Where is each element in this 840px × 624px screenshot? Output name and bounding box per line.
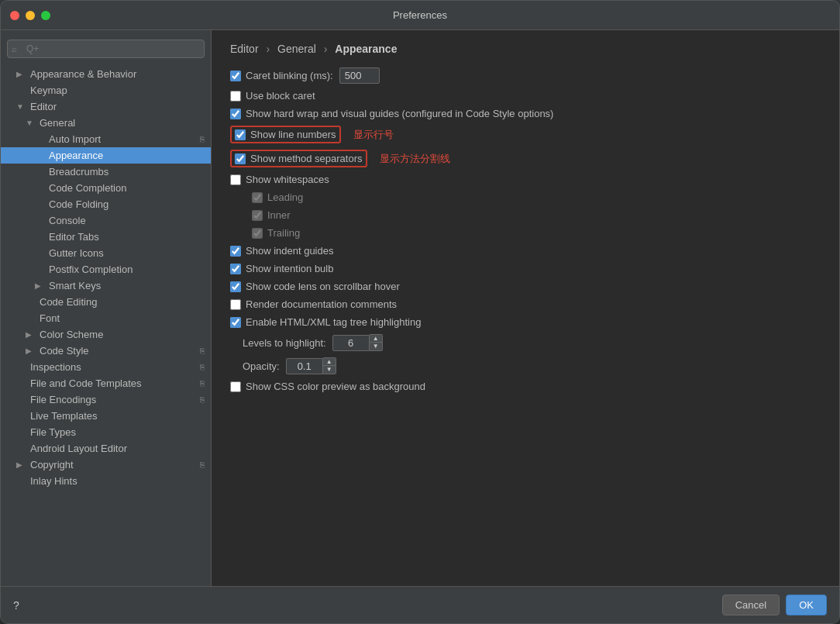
render-doc-comments-label[interactable]: Render documentation comments [230,298,397,310]
inner-row: Inner [230,209,821,221]
sidebar-item-code-folding[interactable]: Code Folding [1,196,211,212]
levels-spinner-buttons[interactable]: ▲ ▼ [370,334,383,351]
levels-input[interactable] [332,335,370,351]
show-method-sep-label[interactable]: Show method separators [235,153,363,164]
expand-icon: ▶ [16,460,27,469]
cancel-button[interactable]: Cancel [722,595,780,615]
close-button[interactable] [10,11,19,20]
window-controls[interactable] [10,11,50,20]
main-panel: Editor › General › Appearance Caret blin… [212,30,839,586]
show-method-sep-checkbox[interactable] [235,153,246,164]
opacity-spinner-buttons[interactable]: ▲ ▼ [323,357,336,374]
sidebar-item-inspections[interactable]: Inspections ⎘ [1,359,211,375]
sidebar-item-appearance[interactable]: Appearance [1,147,211,164]
caret-blinking-label[interactable]: Caret blinking (ms): [230,70,333,81]
levels-to-highlight-row: Levels to highlight: ▲ ▼ [230,334,821,351]
search-input[interactable] [7,40,205,58]
collapse-icon: ▼ [16,102,27,111]
sidebar-item-breadcrumbs[interactable]: Breadcrumbs [1,164,211,180]
window-title: Preferences [393,9,447,21]
minimize-button[interactable] [26,11,35,20]
show-hard-wrap-label[interactable]: Show hard wrap and visual guides (config… [230,108,553,119]
sidebar-item-console[interactable]: Console [1,212,211,229]
opacity-row: Opacity: ▲ ▼ [230,357,821,374]
show-whitespaces-label[interactable]: Show whitespaces [230,174,329,185]
sidebar-item-code-editing[interactable]: Code Editing [1,294,211,310]
footer-actions: Cancel OK [722,595,827,615]
ok-button[interactable]: OK [786,595,827,615]
sidebar-item-code-completion[interactable]: Code Completion [1,180,211,196]
badge-icon: ⎘ [200,395,205,404]
leading-row: Leading [230,191,821,203]
inner-checkbox[interactable] [252,210,263,221]
enable-html-xml-checkbox[interactable] [230,317,241,328]
show-indent-guides-row: Show indent guides [230,245,821,257]
sidebar-item-file-encodings[interactable]: File Encodings ⎘ [1,391,211,408]
sidebar-item-font[interactable]: Font [1,310,211,326]
trailing-row: Trailing [230,227,821,239]
search-icon: ⌕ [12,44,17,53]
use-block-caret-label[interactable]: Use block caret [230,90,315,102]
sidebar-item-android-layout-editor[interactable]: Android Layout Editor [1,440,211,457]
levels-down-button[interactable]: ▼ [370,343,382,350]
show-indent-guides-checkbox[interactable] [230,246,241,257]
leading-checkbox[interactable] [252,192,263,203]
opacity-spinner[interactable]: ▲ ▼ [286,357,336,374]
sidebar-item-file-code-templates[interactable]: File and Code Templates ⎘ [1,375,211,391]
sidebar-item-general[interactable]: ▼ General [1,115,211,131]
sidebar-item-smart-keys[interactable]: ▶ Smart Keys [1,278,211,294]
collapse-icon: ▼ [26,119,36,127]
sidebar-item-file-types[interactable]: File Types [1,424,211,440]
show-intention-bulb-checkbox[interactable] [230,264,241,274]
show-line-numbers-checkbox[interactable] [235,129,246,140]
use-block-caret-checkbox[interactable] [230,91,241,102]
sidebar-item-inlay-hints[interactable]: Inlay Hints [1,473,211,489]
sidebar-item-postfix-completion[interactable]: Postfix Completion [1,261,211,278]
inner-label[interactable]: Inner [252,209,291,221]
breadcrumb-arrow-2: › [324,43,328,55]
trailing-checkbox[interactable] [252,228,263,239]
show-indent-guides-label[interactable]: Show indent guides [230,245,333,257]
expand-icon: ▶ [35,281,46,290]
opacity-input[interactable] [286,358,323,374]
show-intention-bulb-label[interactable]: Show intention bulb [230,263,333,274]
show-code-lens-label[interactable]: Show code lens on scrollbar hover [230,281,400,292]
sidebar-item-editor[interactable]: ▼ Editor [1,98,211,115]
sidebar-item-editor-tabs[interactable]: Editor Tabs [1,229,211,245]
levels-spinner[interactable]: ▲ ▼ [332,334,383,351]
opacity-down-button[interactable]: ▼ [323,366,336,374]
badge-icon: ⎘ [200,379,205,388]
caret-blinking-input[interactable] [339,67,380,84]
leading-label[interactable]: Leading [252,191,303,203]
sidebar-item-gutter-icons[interactable]: Gutter Icons [1,245,211,261]
render-doc-comments-row: Render documentation comments [230,298,821,310]
show-method-sep-row: Show method separators 显示方法分割线 [230,150,821,167]
footer: ? Cancel OK [1,586,839,623]
render-doc-comments-checkbox[interactable] [230,299,241,310]
sidebar-item-auto-import[interactable]: Auto Import ⎘ [1,131,211,147]
show-css-label[interactable]: Show CSS color preview as background [230,381,425,392]
sidebar-item-keymap[interactable]: Keymap [1,82,211,98]
breadcrumb-arrow-1: › [266,43,270,55]
opacity-up-button[interactable]: ▲ [323,358,336,366]
sidebar-item-code-style[interactable]: ▶ Code Style ⎘ [1,343,211,359]
sidebar-item-color-scheme[interactable]: ▶ Color Scheme [1,326,211,343]
sidebar-item-live-templates[interactable]: Live Templates [1,408,211,424]
badge-icon: ⎘ [200,363,205,371]
help-button[interactable]: ? [13,599,19,612]
expand-icon: ▶ [26,346,36,355]
show-whitespaces-checkbox[interactable] [230,174,241,185]
enable-html-xml-label[interactable]: Enable HTML/XML tag tree highlighting [230,316,421,328]
show-hard-wrap-checkbox[interactable] [230,109,241,119]
show-line-numbers-label[interactable]: Show line numbers [235,129,336,140]
show-code-lens-row: Show code lens on scrollbar hover [230,281,821,292]
sidebar-item-copyright[interactable]: ▶ Copyright ⎘ [1,457,211,473]
search-box[interactable]: ⌕ [7,40,205,58]
sidebar-item-appearance-behavior[interactable]: ▶ Appearance & Behavior [1,66,211,82]
trailing-label[interactable]: Trailing [252,227,300,239]
show-code-lens-checkbox[interactable] [230,281,241,292]
caret-blinking-checkbox[interactable] [230,71,241,81]
show-css-checkbox[interactable] [230,381,241,392]
maximize-button[interactable] [41,11,50,20]
levels-up-button[interactable]: ▲ [370,335,382,343]
